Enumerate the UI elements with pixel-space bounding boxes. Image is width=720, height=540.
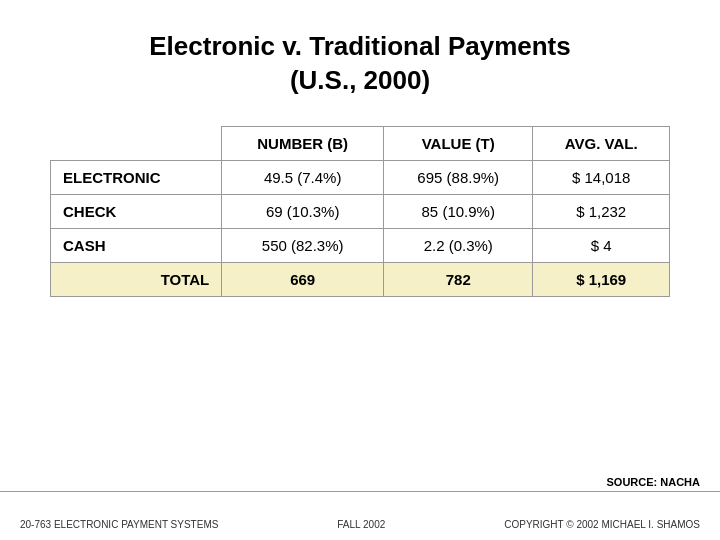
source-label: SOURCE: NACHA [607,476,701,488]
row-avg-cash: $ 4 [533,228,670,262]
table-row: CASH 550 (82.3%) 2.2 (0.3%) $ 4 [51,228,670,262]
row-label-total: TOTAL [51,262,222,296]
row-label-cash: CASH [51,228,222,262]
footer-divider [0,491,720,492]
table-row: ELECTRONIC 49.5 (7.4%) 695 (88.9%) $ 14,… [51,160,670,194]
footer-center: FALL 2002 [337,519,385,530]
row-label-check: CHECK [51,194,222,228]
col-header-empty [51,126,222,160]
table-row: CHECK 69 (10.3%) 85 (10.9%) $ 1,232 [51,194,670,228]
row-label-electronic: ELECTRONIC [51,160,222,194]
row-number-check: 69 (10.3%) [222,194,384,228]
row-value-electronic: 695 (88.9%) [384,160,533,194]
row-number-electronic: 49.5 (7.4%) [222,160,384,194]
row-avg-check: $ 1,232 [533,194,670,228]
row-value-cash: 2.2 (0.3%) [384,228,533,262]
row-value-total: 782 [384,262,533,296]
footer-left: 20-763 ELECTRONIC PAYMENT SYSTEMS [20,519,218,530]
col-header-value: VALUE (T) [384,126,533,160]
row-value-check: 85 (10.9%) [384,194,533,228]
table-row-total: TOTAL 669 782 $ 1,169 [51,262,670,296]
footer-right: COPYRIGHT © 2002 MICHAEL I. SHAMOS [504,519,700,530]
row-number-cash: 550 (82.3%) [222,228,384,262]
main-content: Electronic v. Traditional Payments(U.S.,… [0,0,720,317]
payments-table: NUMBER (B) VALUE (T) AVG. VAL. ELECTRONI… [50,126,670,297]
footer: 20-763 ELECTRONIC PAYMENT SYSTEMS FALL 2… [0,519,720,530]
row-avg-total: $ 1,169 [533,262,670,296]
page-title: Electronic v. Traditional Payments(U.S.,… [50,30,670,98]
col-header-avg: AVG. VAL. [533,126,670,160]
row-number-total: 669 [222,262,384,296]
row-avg-electronic: $ 14,018 [533,160,670,194]
col-header-number: NUMBER (B) [222,126,384,160]
